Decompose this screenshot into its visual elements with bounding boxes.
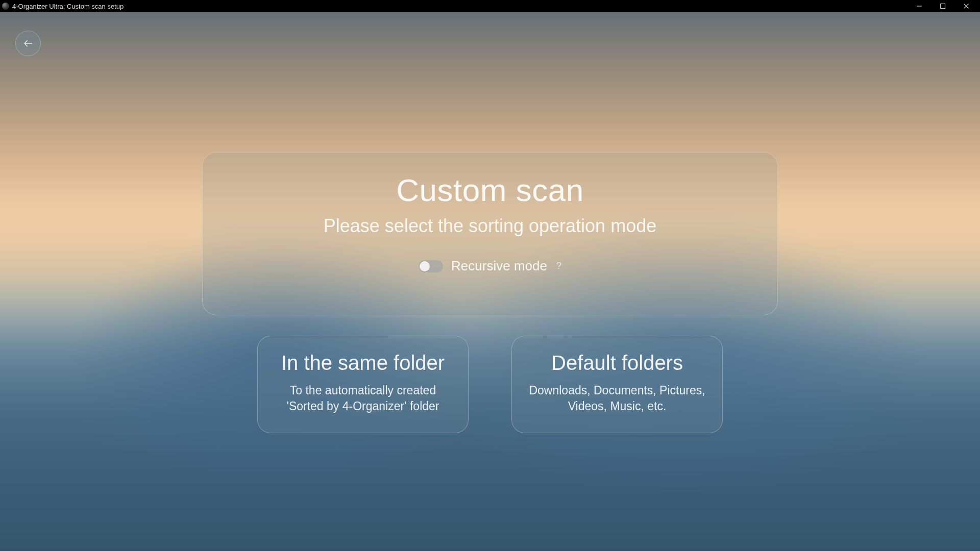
help-icon[interactable]: ? bbox=[556, 261, 561, 271]
option-same-folder[interactable]: In the same folder To the automatically … bbox=[257, 336, 469, 433]
app-icon bbox=[2, 3, 9, 10]
recursive-mode-toggle[interactable] bbox=[419, 260, 443, 272]
close-button[interactable] bbox=[954, 0, 978, 12]
option-default-folders-title: Default folders bbox=[526, 352, 708, 374]
titlebar: 4-Organizer Ultra: Custom scan setup bbox=[0, 0, 980, 12]
page-title: Custom scan bbox=[396, 172, 583, 208]
page-subtitle: Please select the sorting operation mode bbox=[324, 215, 656, 237]
maximize-icon bbox=[940, 3, 946, 9]
main-card: Custom scan Please select the sorting op… bbox=[202, 152, 778, 315]
window-title: 4-Organizer Ultra: Custom scan setup bbox=[12, 3, 124, 10]
option-same-folder-title: In the same folder bbox=[272, 352, 454, 374]
option-same-folder-desc: To the automatically created 'Sorted by … bbox=[272, 383, 454, 414]
arrow-left-icon bbox=[22, 38, 34, 49]
content-stage: Custom scan Please select the sorting op… bbox=[0, 12, 980, 551]
minimize-icon bbox=[916, 3, 922, 9]
svg-rect-1 bbox=[941, 4, 945, 9]
option-default-folders[interactable]: Default folders Downloads, Documents, Pi… bbox=[511, 336, 723, 433]
toggle-knob bbox=[420, 261, 430, 271]
viewport: Custom scan Please select the sorting op… bbox=[0, 12, 980, 551]
maximize-button[interactable] bbox=[931, 0, 954, 12]
options-row: In the same folder To the automatically … bbox=[257, 336, 723, 433]
minimize-button[interactable] bbox=[908, 0, 931, 12]
recursive-mode-label: Recursive mode bbox=[451, 258, 547, 274]
titlebar-left: 4-Organizer Ultra: Custom scan setup bbox=[2, 3, 124, 10]
option-default-folders-desc: Downloads, Documents, Pictures, Videos, … bbox=[526, 383, 708, 414]
back-button[interactable] bbox=[15, 31, 41, 56]
close-icon bbox=[963, 3, 969, 9]
window-controls bbox=[908, 0, 978, 12]
recursive-mode-row: Recursive mode ? bbox=[419, 258, 561, 274]
